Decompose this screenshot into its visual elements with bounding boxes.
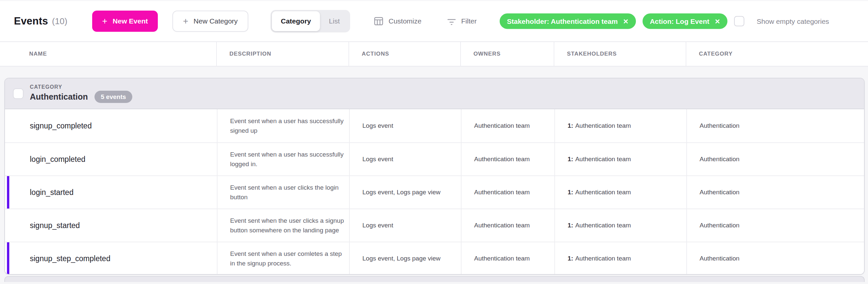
new-category-button[interactable]: + New Category [173,10,248,32]
show-empty-categories-label: Show empty categories [756,17,829,25]
filter-label: Filter [461,17,477,25]
event-description-cell: Event sent when a user has successfully … [217,109,349,142]
tab-list-view[interactable]: List [320,11,349,31]
column-header-category: CATEGORY [686,42,868,66]
filter-chip-label: Stakeholder: Authentication team [507,17,618,25]
event-owners-cell: Authentication team [461,242,554,275]
stakeholder-count: 1: [568,122,573,130]
event-row[interactable]: signup_step_completed Event sent when a … [5,242,864,275]
event-owners-cell: Authentication team [461,143,554,175]
event-name-cell: signup_completed [5,109,217,142]
event-description-cell: Event sent when a user comletes a step i… [217,242,349,275]
show-empty-categories-checkbox[interactable] [734,16,744,27]
category-name: Authentication [30,92,88,102]
column-header-owners: OWNERS [460,42,554,66]
event-description-cell: Event sent when a user has successfully … [217,143,349,175]
close-icon[interactable]: ✕ [623,18,629,25]
category-select-checkbox[interactable] [13,88,24,99]
filter-button[interactable]: Filter [447,16,477,26]
event-actions-cell: Logs event [349,109,461,142]
event-stakeholders-cell: 1: Authentication team [554,209,686,242]
plus-icon: + [183,17,188,26]
event-row[interactable]: signup_started Event sent when the user … [5,209,864,242]
customize-button[interactable]: Customize [374,16,422,26]
event-actions-cell: Logs event [349,143,461,175]
event-category-cell: Authentication [686,143,864,175]
column-header-name: NAME [0,42,216,66]
events-count: (10) [52,16,67,27]
stakeholder-team: Authentication team [575,122,631,130]
event-name-cell: signup_started [5,209,217,242]
event-row[interactable]: login_completed Event sent when a user h… [5,142,864,175]
new-event-label: New Event [113,17,148,25]
page-title-group: Events (10) [14,15,67,27]
branch-change-indicator [7,176,9,209]
event-description-cell: Event sent when the user clicks a signup… [217,209,349,242]
event-category-cell: Authentication [686,242,864,275]
event-name-cell: signup_step_completed [5,242,217,275]
category-group-header[interactable]: CATEGORY Authentication 5 events [5,78,864,109]
event-row[interactable]: login_started Event sent when a user cli… [5,175,864,209]
event-actions-cell: Logs event, Logs page view [349,176,461,209]
filter-chip-label: Action: Log Event [650,17,710,25]
column-header-actions: ACTIONS [348,42,460,66]
stakeholder-team: Authentication team [575,155,631,163]
stakeholder-team: Authentication team [575,189,631,196]
event-actions-cell: Logs event [349,209,461,242]
stakeholder-team: Authentication team [575,222,631,229]
event-description-cell: Event sent when a user clicks the login … [217,176,349,209]
tab-category-view[interactable]: Category [272,11,320,31]
table-columns-icon [374,16,383,26]
toolbar: Events (10) + New Event + New Category C… [0,1,868,42]
event-name-cell: login_started [5,176,217,209]
event-stakeholders-cell: 1: Authentication team [554,109,686,142]
event-owners-cell: Authentication team [461,109,554,142]
category-card: CATEGORY Authentication 5 events signup_… [4,78,865,275]
active-filters: Stakeholder: Authentication team ✕ Actio… [500,13,829,29]
stakeholder-team: Authentication team [575,255,631,262]
plus-icon: + [102,17,107,26]
event-owners-cell: Authentication team [461,209,554,242]
stakeholder-count: 1: [568,189,573,196]
filter-icon [447,16,456,26]
column-header-stakeholders: STAKEHOLDERS [554,42,686,66]
event-stakeholders-cell: 1: Authentication team [554,242,686,275]
table-column-header: NAME DESCRIPTION ACTIONS OWNERS STAKEHOL… [0,42,868,67]
event-category-cell: Authentication [686,109,864,142]
new-category-label: New Category [194,17,238,25]
stakeholder-count: 1: [568,222,573,229]
event-actions-cell: Logs event, Logs page view [349,242,461,275]
stakeholder-count: 1: [568,255,573,262]
category-group-text: CATEGORY Authentication 5 events [30,84,132,103]
page-title: Events [14,15,48,27]
stakeholder-count: 1: [568,155,573,163]
events-count-badge: 5 events [94,91,132,103]
next-category-card-partial[interactable] [4,276,865,282]
event-rows: signup_completed Event sent when a user … [5,109,864,275]
event-row[interactable]: signup_completed Event sent when a user … [5,109,864,142]
new-event-button[interactable]: + New Event [92,10,158,32]
customize-label: Customize [389,17,422,25]
branch-change-indicator [7,242,9,275]
close-icon[interactable]: ✕ [715,18,720,25]
category-kicker: CATEGORY [30,84,132,90]
event-owners-cell: Authentication team [461,176,554,209]
event-stakeholders-cell: 1: Authentication team [554,176,686,209]
event-stakeholders-cell: 1: Authentication team [554,143,686,175]
event-category-cell: Authentication [686,209,864,242]
view-toggle: Category List [271,10,350,32]
column-header-description: DESCRIPTION [216,42,348,66]
filter-chip-action[interactable]: Action: Log Event ✕ [643,13,727,29]
event-category-cell: Authentication [686,176,864,209]
event-name-cell: login_completed [5,143,217,175]
filter-chip-stakeholder[interactable]: Stakeholder: Authentication team ✕ [500,13,636,29]
